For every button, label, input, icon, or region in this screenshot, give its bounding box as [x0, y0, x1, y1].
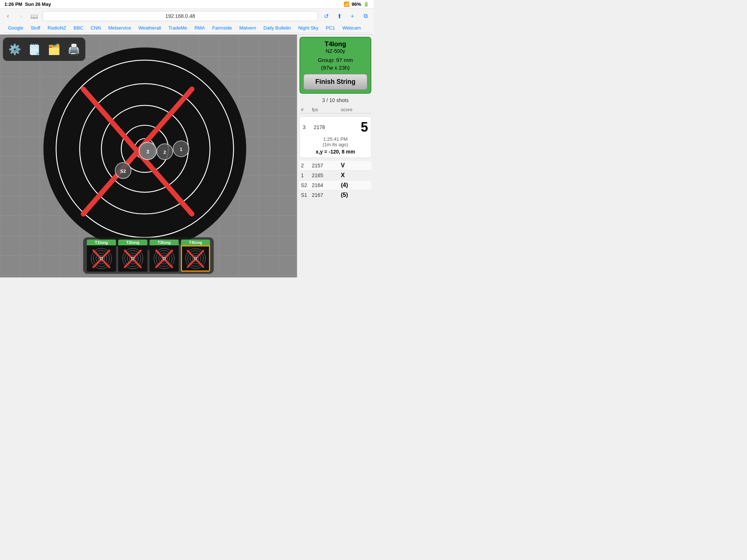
svg-point-54: [100, 257, 103, 260]
bookmark-stuff[interactable]: Stuff: [27, 24, 44, 32]
svg-point-81: [194, 257, 197, 260]
thumbnail-t1long[interactable]: T1long: [87, 240, 116, 272]
svg-text:2: 2: [163, 149, 166, 155]
bookmark-rma[interactable]: RMA: [191, 24, 209, 32]
finish-string-button[interactable]: Finish String: [303, 74, 368, 90]
bookmarks-button[interactable]: 📖: [29, 11, 39, 21]
bookmark-webcam[interactable]: Webcam: [338, 24, 364, 32]
shot-row-1: 12165X: [299, 171, 371, 180]
bookmark-farmside[interactable]: Farmside: [209, 24, 236, 32]
bookmark-bbc[interactable]: BBC: [70, 24, 87, 32]
target-area[interactable]: S2 2 1 3 ⚙️ 🗒️ 🗂️ 🖨️ T1longT2longT3longT…: [0, 35, 297, 277]
bookmark-weatherall[interactable]: Weatherall: [135, 24, 165, 32]
shot-row-2: 22157V: [299, 161, 371, 171]
shot-fps: 2167: [312, 192, 341, 198]
bookmark-pc1[interactable]: PC1: [322, 24, 338, 32]
featured-score: 5: [341, 120, 368, 135]
right-panel: T4long NZ-500y Group: 97 mm (97w x 23h) …: [297, 35, 374, 277]
print-icon[interactable]: 🖨️: [65, 40, 82, 58]
back-button[interactable]: ‹: [3, 11, 13, 21]
notes-icon[interactable]: 🗒️: [26, 40, 43, 58]
nav-row: ‹ › 📖 192.168.0.48 ↺ ⬆ ＋ ⧉: [3, 11, 371, 21]
status-right: 📶 96% 🔋: [344, 1, 369, 7]
other-shots-table: 22157V12165XS22164(4)S12167(5): [299, 161, 371, 200]
shots-info: 3 / 10 shots: [299, 96, 371, 105]
main-content: S2 2 1 3 ⚙️ 🗒️ 🗂️ 🖨️ T1longT2longT3longT…: [0, 35, 374, 277]
bookmark-night-sky[interactable]: Night Sky: [294, 24, 322, 32]
tab-switcher-button[interactable]: ⧉: [360, 11, 371, 21]
svg-point-63: [131, 257, 134, 260]
shot-num: S2: [301, 182, 312, 188]
featured-time: 1:25:41 PM (1m 8s ago): [303, 136, 368, 147]
featured-xy: x,y = -120, 8 mm: [303, 149, 368, 155]
shot-fps: 2165: [312, 172, 341, 178]
reload-button[interactable]: ↺: [321, 11, 331, 21]
shot-row-S2: S22164(4): [299, 180, 371, 190]
status-time: 1:26 PM Sun 26 May: [4, 1, 51, 7]
address-bar[interactable]: 192.168.0.48: [42, 11, 318, 21]
shot-score: V: [341, 162, 370, 169]
status-bar: 1:26 PM Sun 26 May 📶 96% 🔋: [0, 0, 374, 9]
featured-shot: 3 2178 5 1:25:41 PM (1m 8s ago) x,y = -1…: [299, 116, 371, 158]
shot-num: 2: [301, 163, 312, 168]
panel-group: Group: 97 mm (97w x 23h): [303, 56, 368, 71]
browser-chrome: ‹ › 📖 192.168.0.48 ↺ ⬆ ＋ ⧉ GoogleStuffRa…: [0, 9, 374, 35]
shot-num: S1: [301, 192, 312, 198]
add-tab-button[interactable]: ＋: [347, 11, 357, 21]
shot-fps: 2157: [312, 163, 341, 168]
shots-table-header: # fps score: [299, 106, 371, 113]
folder-icon[interactable]: 🗂️: [45, 40, 63, 58]
wifi-icon: 📶: [344, 1, 349, 7]
shot-score: (4): [341, 182, 370, 188]
thumbnail-strip: T1longT2longT3longT4long: [83, 237, 214, 274]
panel-subtitle: NZ-500y: [303, 48, 368, 54]
battery-icon: 🔋: [363, 1, 369, 7]
svg-text:3: 3: [146, 149, 149, 155]
thumbnail-t2long[interactable]: T2long: [118, 240, 147, 272]
svg-text:S2: S2: [120, 168, 126, 174]
bookmark-daily-bulletin[interactable]: Daily Bulletin: [260, 24, 294, 32]
share-button[interactable]: ⬆: [334, 11, 344, 21]
shot-score: (5): [341, 192, 370, 198]
bookmark-google[interactable]: Google: [4, 24, 27, 32]
bookmark-cnn[interactable]: CNN: [87, 24, 104, 32]
bookmarks-bar: GoogleStuffRadioNZBBCCNNMetserviceWeathe…: [3, 23, 371, 33]
settings-icon[interactable]: ⚙️: [6, 40, 23, 58]
battery-text: 96%: [352, 1, 361, 7]
toolbar-overlay: ⚙️ 🗒️ 🗂️ 🖨️: [3, 38, 85, 61]
featured-num: 3: [303, 124, 314, 130]
bookmark-trademe[interactable]: TradeMe: [165, 24, 191, 32]
featured-row: 3 2178 5: [303, 120, 368, 135]
shot-row-S1: S12167(5): [299, 190, 371, 200]
thumbnail-t4long[interactable]: T4long: [181, 240, 210, 272]
svg-point-72: [163, 257, 166, 260]
shot-fps: 2164: [312, 182, 341, 188]
forward-button[interactable]: ›: [16, 11, 26, 21]
bookmark-malvern[interactable]: Malvern: [236, 24, 260, 32]
bookmark-metservice[interactable]: Metservice: [105, 24, 135, 32]
shot-score: X: [341, 172, 370, 179]
panel-header: T4long NZ-500y Group: 97 mm (97w x 23h) …: [299, 37, 371, 94]
svg-text:1: 1: [180, 147, 182, 152]
shot-num: 1: [301, 172, 312, 178]
bookmark-radionz[interactable]: RadioNZ: [44, 24, 70, 32]
featured-fps: 2178: [314, 124, 341, 130]
panel-title: T4long: [303, 40, 368, 48]
thumbnail-t3long[interactable]: T3long: [150, 240, 179, 272]
